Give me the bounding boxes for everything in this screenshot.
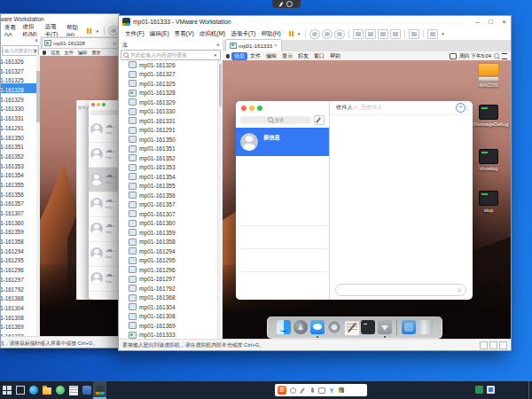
sogou-pen-icon[interactable] — [299, 386, 306, 395]
vm-list-item[interactable]: mp01-161291 — [1, 121, 40, 131]
dock-trash-icon[interactable] — [419, 320, 433, 334]
dock-textedit-icon[interactable] — [344, 320, 358, 334]
vm-list-item[interactable]: mp01-161327 — [1, 65, 40, 74]
vm-list-item[interactable]: mp01-161327 — [119, 70, 218, 80]
vm-list-item[interactable]: mp01-161294 — [1, 245, 40, 254]
conversation-row[interactable]: +86…http… — [89, 168, 119, 192]
dock-launchpad-icon[interactable] — [293, 320, 308, 334]
conversation-row[interactable]: +86…http… — [89, 192, 119, 217]
front-window-titlebar[interactable]: mp01-161333 - VMware Workstation – □ × — [119, 16, 511, 27]
close-light-icon[interactable] — [91, 103, 95, 106]
conversation-row[interactable]: +86…http… — [89, 118, 119, 143]
tab-close-icon[interactable]: × — [113, 41, 116, 46]
menu-item[interactable]: 查看(V) — [172, 30, 197, 38]
vm-list-item[interactable]: mp01-161330 — [119, 107, 218, 117]
vm-list-item[interactable]: mp01-161368 — [119, 293, 218, 303]
taskbar-edge-button[interactable] — [27, 381, 40, 399]
guest-menu-item[interactable]: 编辑 — [263, 52, 279, 60]
vm-list-item[interactable]: mp01-161296 — [1, 263, 40, 273]
guest-menu-item[interactable]: 窗口 — [311, 52, 327, 60]
menubar-clock[interactable]: 周四 下午5:04 — [459, 52, 491, 60]
chevron-down-icon[interactable]: ▾ — [442, 31, 444, 36]
vm-list-item[interactable]: mp01-161304 — [119, 302, 218, 312]
guest-menu-item[interactable]: 文件 — [247, 52, 263, 60]
vm-list-item[interactable]: mp01-161331 — [1, 112, 40, 121]
vm-list-item[interactable]: mp01-161358 — [1, 235, 40, 245]
vm-list-item[interactable]: mp01-161359 — [1, 225, 40, 235]
taskbar-start-button[interactable] — [0, 381, 13, 399]
unity-mode-button[interactable] — [390, 29, 401, 39]
desktop-icon-stop[interactable]: stop — [473, 191, 505, 213]
tab-close-icon[interactable]: × — [274, 43, 278, 48]
close-light-icon[interactable] — [241, 106, 246, 111]
minimize-button[interactable]: – — [471, 16, 484, 27]
vm-list-item[interactable]: mp01-161291 — [119, 126, 218, 136]
suspend-button[interactable] — [87, 28, 91, 34]
snapshot-take-button[interactable] — [309, 29, 320, 39]
guest-menu-item[interactable]: 帮助 — [327, 52, 343, 60]
desktop-icon-showlog[interactable]: showlog — [473, 149, 505, 171]
vm-list-item[interactable]: mp01-161307 — [1, 207, 40, 216]
vm-list-item[interactable]: mp01-161328 — [119, 89, 218, 98]
front-library-search-input[interactable]: 在此处输入内容进行搜索 ▾ — [121, 50, 221, 60]
vm-list-item[interactable]: mp01-161294 — [119, 246, 218, 256]
dock-finder-icon[interactable] — [277, 320, 291, 334]
vm-list-item[interactable]: mp01-161357 — [1, 197, 40, 207]
vm-list-item[interactable]: mp01-161297 — [119, 275, 218, 285]
enter-fullscreen-button[interactable] — [378, 29, 388, 39]
menubar-extra-icon[interactable] — [450, 53, 457, 59]
chevron-down-icon[interactable]: ▾ — [298, 31, 301, 36]
vm-list-item[interactable]: mp01-161351 — [1, 140, 40, 150]
vm-list-item[interactable]: mp01-161356 — [119, 191, 218, 200]
sogou-toolbox-icon[interactable] — [338, 386, 345, 395]
guest-menu-item[interactable]: 编辑 — [76, 50, 89, 56]
vm-list-item[interactable]: mp01-161296 — [119, 265, 218, 275]
dock-terminal-icon[interactable] — [361, 320, 375, 334]
to-field[interactable]: 无收件人 — [361, 104, 383, 112]
menu-item[interactable]: 文件(F) — [122, 30, 147, 38]
vm-list-item[interactable]: mp01-161353 — [1, 160, 40, 169]
vm-list-item[interactable]: mp01-161355 — [1, 178, 40, 188]
sogou-logo-icon[interactable]: S — [278, 386, 286, 395]
vm-list-item[interactable]: mp01-161368 — [1, 292, 40, 301]
minimize-light-icon[interactable] — [249, 106, 254, 111]
maximize-button[interactable]: □ — [484, 16, 497, 27]
menu-item[interactable]: 帮助(H) — [258, 30, 283, 38]
taskbar-notepad-button[interactable] — [66, 381, 80, 399]
vm-list-item[interactable]: mp01-161308 — [119, 312, 218, 322]
taskbar-app-green-button[interactable] — [53, 381, 66, 399]
conversation-row[interactable]: +86…http… — [89, 217, 119, 242]
sogou-mic-icon[interactable] — [309, 386, 316, 395]
vm-list-item[interactable]: mp01-161297 — [1, 273, 40, 283]
back-vm-tab[interactable]: mp01-161328 × — [42, 37, 119, 48]
show-desktop-button[interactable] — [528, 381, 532, 399]
vm-list-item[interactable]: mp01-161326 — [1, 55, 40, 65]
vm-list-item[interactable]: mp01-161354 — [119, 172, 218, 182]
sogou-mode-icon[interactable] — [289, 386, 296, 395]
tray-app-1-icon[interactable] — [475, 386, 483, 394]
vm-list-item[interactable]: mp01-161331 — [119, 116, 218, 126]
notification-center-icon[interactable] — [502, 53, 507, 59]
menu-item[interactable]: 编辑(E) — [147, 30, 172, 38]
messages-search-input[interactable]: 搜索 — [240, 116, 311, 124]
guest-menu-item[interactable]: 文件 — [62, 50, 74, 56]
desktop-icon-macos[interactable]: MACOS — [473, 63, 505, 88]
apple-logo-icon[interactable] — [43, 51, 46, 55]
suspend-button[interactable] — [289, 31, 293, 36]
vm-list-item[interactable]: mp01-161359 — [119, 228, 218, 238]
close-panel-button[interactable]: × — [35, 36, 38, 45]
sogou-keyboard-icon[interactable] — [318, 386, 325, 395]
guest-menu-item[interactable]: 显示 — [279, 52, 295, 60]
vm-list-item[interactable]: mp01-161352 — [119, 153, 218, 163]
emoji-icon[interactable]: ☺ — [457, 286, 463, 293]
snapshot-manager-button[interactable] — [334, 29, 345, 39]
network-device-icon[interactable] — [489, 341, 497, 349]
vm-list-item[interactable]: mp01-161358 — [119, 238, 218, 247]
dock-downloader-icon[interactable] — [378, 320, 392, 334]
vm-list-item[interactable]: mp01-161326 — [119, 60, 218, 70]
compose-button[interactable] — [314, 115, 325, 125]
vm-list-item[interactable]: mp01-161369 — [119, 321, 218, 331]
vm-list-item[interactable]: mp01-161304 — [1, 301, 40, 311]
vm-list-item[interactable]: mp01-161295 — [119, 256, 218, 266]
close-panel-button[interactable]: × — [216, 40, 220, 50]
